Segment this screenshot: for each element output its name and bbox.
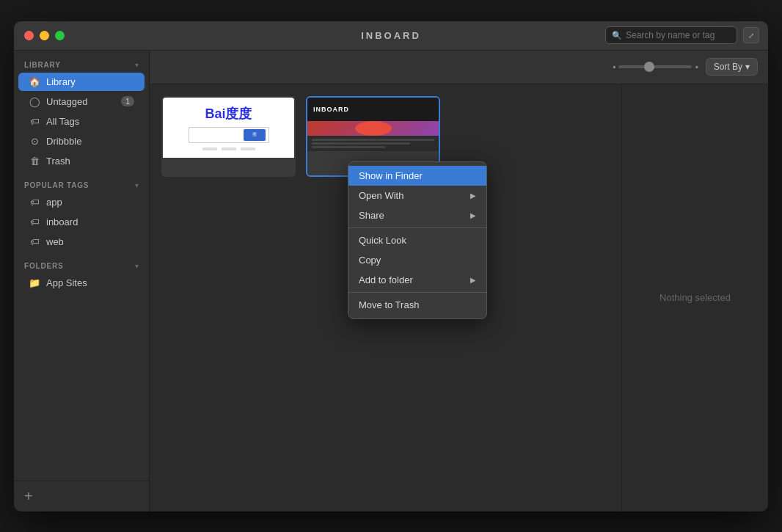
sidebar-app-sites-label: App Sites: [46, 277, 134, 288]
sidebar-item-dribbble[interactable]: ⊙ Dribbble: [18, 132, 145, 150]
ctx-move-to-trash-label: Move to Trash: [359, 299, 419, 310]
nothing-selected-label: Nothing selected: [659, 292, 731, 303]
main-area: LIBRARY ▾ 🏠 Library ◯ Untagged 1 🏷 All T…: [14, 51, 768, 511]
ctx-separator-1: [348, 227, 486, 228]
sidebar-dribbble-label: Dribbble: [46, 136, 134, 147]
baidu-link-1: [202, 147, 217, 150]
tag-inboard-icon: 🏷: [29, 216, 40, 227]
sidebar-item-trash[interactable]: 🗑 Trash: [18, 152, 145, 170]
titlebar-right: 🔍 ⤢: [605, 26, 759, 44]
size-large-icon: ▪: [695, 62, 698, 72]
inboard-thumb-content: [307, 136, 439, 151]
add-button[interactable]: +: [24, 488, 33, 504]
minimize-button[interactable]: [40, 31, 49, 40]
size-control: ▪ ▪: [613, 62, 698, 72]
sidebar-untagged-label: Untagged: [46, 96, 115, 107]
popular-tags-section-header: POPULAR TAGS ▾: [14, 177, 149, 192]
tag-web-icon: 🏷: [29, 236, 40, 247]
inboard-thumb-image: [307, 121, 439, 136]
sidebar-item-tag-app[interactable]: 🏷 app: [18, 193, 145, 211]
ctx-show-in-finder-label: Show in Finder: [359, 170, 423, 181]
ctx-item-show-in-finder[interactable]: Show in Finder: [348, 166, 486, 186]
zeppelin-icon: [355, 121, 392, 136]
close-button[interactable]: [24, 31, 34, 40]
baidu-search-button: 搜: [244, 129, 266, 141]
ctx-item-move-to-trash[interactable]: Move to Trash: [348, 295, 486, 315]
ctx-open-with-label: Open With: [359, 190, 403, 201]
tag-app-icon: 🏷: [29, 197, 40, 208]
search-input[interactable]: [626, 30, 731, 40]
dribbble-icon: ⊙: [29, 136, 40, 147]
ctx-item-quick-look[interactable]: Quick Look: [348, 230, 486, 250]
sidebar-tag-web-label: web: [46, 236, 134, 247]
baidu-link-2: [222, 147, 236, 150]
ctx-share-label: Share: [359, 210, 384, 221]
ctx-open-with-arrow: ▶: [470, 192, 476, 200]
thumbnail-baidu[interactable]: Bai度度 搜: [161, 96, 296, 177]
content-line-1: [312, 139, 434, 141]
titlebar: INBOARD 🔍 ⤢: [14, 21, 768, 51]
folder-icon: 📁: [29, 277, 40, 288]
popular-tags-label: POPULAR TAGS: [24, 181, 89, 189]
grid-area: Bai度度 搜: [150, 84, 768, 511]
ctx-item-open-with[interactable]: Open With ▶: [348, 186, 486, 205]
folders-label: FOLDERS: [24, 262, 63, 270]
ctx-copy-label: Copy: [359, 255, 381, 266]
traffic-lights: [24, 31, 65, 40]
baidu-links: [202, 147, 255, 150]
sort-label: Sort By: [714, 62, 742, 72]
content-line-2: [312, 142, 410, 145]
sidebar-item-tag-web[interactable]: 🏷 web: [18, 233, 145, 251]
ctx-item-add-to-folder[interactable]: Add to folder ▶: [348, 270, 486, 290]
sort-arrow-icon: ▾: [745, 62, 750, 72]
sidebar-item-untagged[interactable]: ◯ Untagged 1: [18, 92, 145, 111]
sort-button[interactable]: Sort By ▾: [706, 58, 758, 76]
baidu-search-bar: 搜: [189, 127, 269, 143]
sidebar-library-label: Library: [46, 76, 134, 87]
content-line-3: [312, 146, 385, 148]
inboard-content-lines: [312, 139, 434, 148]
ctx-item-copy[interactable]: Copy: [348, 250, 486, 270]
context-menu: Show in Finder Open With ▶ Share ▶ Quic: [348, 161, 487, 319]
folders-arrow: ▾: [135, 262, 139, 270]
sidebar-item-library[interactable]: 🏠 Library: [18, 73, 145, 91]
sidebar-footer: +: [14, 481, 149, 511]
ctx-add-to-folder-label: Add to folder: [359, 274, 413, 285]
fullscreen-button[interactable]: ⤢: [743, 27, 759, 43]
tags-icon: 🏷: [29, 116, 40, 127]
toolbar: ▪ ▪ Sort By ▾: [150, 51, 768, 84]
size-small-icon: ▪: [613, 62, 615, 72]
size-slider[interactable]: [618, 65, 692, 68]
sidebar-tag-inboard-label: inboard: [46, 216, 134, 227]
search-icon: 🔍: [612, 31, 622, 40]
ctx-quick-look-label: Quick Look: [359, 235, 406, 246]
untagged-icon: ◯: [29, 96, 40, 107]
library-icon: 🏠: [29, 76, 40, 87]
sidebar-all-tags-label: All Tags: [46, 116, 134, 127]
sidebar-item-all-tags[interactable]: 🏷 All Tags: [18, 112, 145, 131]
detail-panel: Nothing selected: [621, 84, 768, 511]
search-bar[interactable]: 🔍: [605, 26, 737, 44]
popular-tags-arrow: ▾: [135, 181, 139, 189]
sidebar-tag-app-label: app: [46, 197, 134, 208]
sidebar-trash-label: Trash: [46, 156, 134, 167]
ctx-share-arrow: ▶: [470, 211, 476, 219]
sidebar-item-app-sites[interactable]: 📁 App Sites: [18, 274, 145, 292]
sidebar-item-tag-inboard[interactable]: 🏷 inboard: [18, 213, 145, 231]
library-section-arrow: ▾: [135, 61, 139, 69]
ctx-add-to-folder-arrow: ▶: [470, 276, 476, 284]
maximize-button[interactable]: [55, 31, 65, 40]
app-title: INBOARD: [361, 30, 421, 41]
untagged-badge: 1: [121, 96, 134, 106]
baidu-link-3: [241, 147, 255, 150]
trash-icon: 🗑: [29, 156, 40, 167]
content-area: ▪ ▪ Sort By ▾ Bai度度 搜: [150, 51, 768, 511]
library-section-header: LIBRARY ▾: [14, 57, 149, 72]
folders-section-header: FOLDERS ▾: [14, 258, 149, 273]
ctx-item-share[interactable]: Share ▶: [348, 205, 486, 225]
thumbnails-grid: Bai度度 搜: [150, 84, 621, 511]
inboard-thumb-logo: INBOARD: [313, 106, 349, 113]
inboard-thumb-header: INBOARD: [307, 98, 439, 121]
library-section-label: LIBRARY: [24, 61, 61, 69]
baidu-logo: Bai度度: [205, 105, 252, 123]
